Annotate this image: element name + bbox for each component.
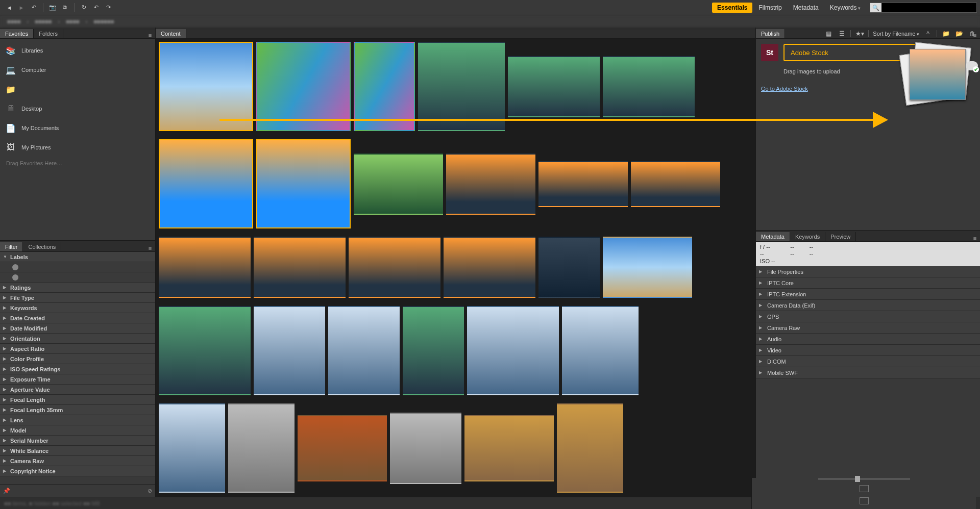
filter-label[interactable] <box>0 262 155 272</box>
grid-view-icon[interactable]: ▦ <box>824 30 833 38</box>
filter-date-created[interactable]: ▶Date Created <box>0 313 155 323</box>
rotate-cw-icon[interactable]: ↷ <box>103 3 113 13</box>
nav-up-icon[interactable]: ↶ <box>29 3 39 13</box>
tab-preview[interactable]: Preview <box>825 232 856 241</box>
thumbnail[interactable] <box>159 403 225 493</box>
camera-icon[interactable]: 📷 <box>47 3 58 13</box>
favorite-item[interactable]: 📄My Documents <box>0 118 155 138</box>
filter-copyright-notice[interactable]: ▶Copyright Notice <box>0 466 155 476</box>
view-mode-1-icon[interactable] <box>860 485 869 492</box>
tab-publish[interactable]: Publish <box>756 29 785 38</box>
star-filter-icon[interactable]: ★▾ <box>855 30 864 38</box>
filter-lens[interactable]: ▶Lens <box>0 415 155 425</box>
filter-menu-icon[interactable]: ≡ <box>145 245 155 251</box>
meta-section-camera-raw[interactable]: ▶Camera Raw <box>756 322 980 334</box>
thumbnail[interactable] <box>256 139 351 228</box>
meta-section-iptc-core[interactable]: ▶IPTC Core <box>756 277 980 289</box>
thumbnail[interactable] <box>298 415 387 481</box>
filter-focal-length-35mm[interactable]: ▶Focal Length 35mm <box>0 405 155 415</box>
open-folder-icon[interactable]: 📂 <box>954 30 964 38</box>
meta-section-iptc-extension[interactable]: ▶IPTC Extension <box>756 289 980 300</box>
nav-back-icon[interactable]: ◄ <box>4 3 14 13</box>
thumbnail[interactable] <box>603 56 695 117</box>
filter-white-balance[interactable]: ▶White Balance <box>0 446 155 456</box>
filter-iso-speed-ratings[interactable]: ▶ISO Speed Ratings <box>0 364 155 374</box>
thumbnail[interactable] <box>538 161 628 207</box>
thumbnail[interactable] <box>256 42 351 131</box>
thumbnail[interactable] <box>603 237 692 298</box>
search-input[interactable] <box>881 5 976 11</box>
favorite-item[interactable]: 📚Libraries <box>0 41 155 60</box>
filter-camera-raw[interactable]: ▶Camera Raw <box>0 456 155 466</box>
filter-keywords[interactable]: ▶Keywords <box>0 303 155 313</box>
panel-menu-icon[interactable]: ≡ <box>145 32 155 38</box>
favorite-item[interactable]: 💻Computer <box>0 60 155 80</box>
tab-folders[interactable]: Folders <box>34 29 63 38</box>
copy-icon[interactable]: ⧉ <box>60 3 70 13</box>
tab-filter[interactable]: Filter <box>0 242 23 251</box>
pin-icon[interactable]: 📌 <box>3 488 10 494</box>
thumbnail-grid[interactable] <box>156 39 755 497</box>
thumbnail[interactable] <box>467 306 559 395</box>
meta-section-camera-data-exif-[interactable]: ▶Camera Data (Exif) <box>756 300 980 311</box>
meta-section-mobile-swf[interactable]: ▶Mobile SWF <box>756 367 980 378</box>
upload-dropzone[interactable] <box>898 41 975 117</box>
cancel-filter-icon[interactable]: ⊘ <box>148 488 152 494</box>
thumbnail[interactable] <box>349 237 440 298</box>
favorite-item[interactable]: 🖥Desktop <box>0 99 155 118</box>
filter-serial-number[interactable]: ▶Serial Number <box>0 436 155 446</box>
filter-exposure-time[interactable]: ▶Exposure Time <box>0 374 155 385</box>
search-icon[interactable]: 🔍 <box>870 3 881 12</box>
filter-model[interactable]: ▶Model <box>0 425 155 436</box>
filter-color-profile[interactable]: ▶Color Profile <box>0 354 155 364</box>
filter-label[interactable] <box>0 272 155 283</box>
thumbnail[interactable] <box>159 237 251 298</box>
favorite-item[interactable]: 📁 <box>0 80 155 99</box>
thumbnail[interactable] <box>354 154 443 215</box>
open-recent-icon[interactable]: ↻ <box>79 3 89 13</box>
metadata-menu-icon[interactable]: ≡ <box>970 235 980 241</box>
search-box[interactable]: 🔍 <box>870 3 977 13</box>
nav-fwd-icon[interactable]: ► <box>16 3 27 13</box>
filter-aspect-ratio[interactable]: ▶Aspect Ratio <box>0 344 155 354</box>
thumbnail[interactable] <box>444 237 535 298</box>
thumbnail[interactable] <box>254 237 346 298</box>
trash-icon[interactable]: 🗑 <box>968 30 977 38</box>
rotate-ccw-icon[interactable]: ↶ <box>91 3 101 13</box>
thumbnail[interactable] <box>538 237 600 298</box>
tab-keywords[interactable]: Keywords <box>790 232 825 241</box>
workspace-keywords[interactable]: Keywords <box>825 3 866 13</box>
thumbnail[interactable] <box>390 413 461 484</box>
meta-section-file-properties[interactable]: ▶File Properties <box>756 266 980 277</box>
filter-focal-length[interactable]: ▶Focal Length <box>0 395 155 405</box>
thumbnail[interactable] <box>403 306 464 395</box>
workspace-essentials[interactable]: Essentials <box>712 3 752 13</box>
meta-section-dicom[interactable]: ▶DICOM <box>756 356 980 367</box>
tab-favorites[interactable]: Favorites <box>0 29 34 38</box>
tab-content[interactable]: Content <box>156 29 186 38</box>
workspace-filmstrip[interactable]: Filmstrip <box>753 3 787 13</box>
thumb-size-slider[interactable] <box>818 478 910 480</box>
sort-dropdown[interactable]: Sort by Filename <box>873 31 919 37</box>
filter-labels[interactable]: ▼Labels <box>0 252 155 262</box>
thumbnail[interactable] <box>562 306 639 395</box>
thumbnail[interactable] <box>159 306 251 395</box>
favorite-item[interactable]: 🖼My Pictures <box>0 138 155 157</box>
breadcrumb[interactable]: ■■■■›■■■■■›■■■■›■■■■■■ <box>0 15 980 28</box>
meta-section-gps[interactable]: ▶GPS <box>756 311 980 322</box>
filter-aperture-value[interactable]: ▶Aperture Value <box>0 385 155 395</box>
thumbnail[interactable] <box>446 154 535 215</box>
tab-collections[interactable]: Collections <box>23 242 61 251</box>
thumbnail[interactable] <box>418 42 505 131</box>
thumbnail[interactable] <box>508 56 600 117</box>
meta-section-audio[interactable]: ▶Audio <box>756 334 980 345</box>
thumbnail[interactable] <box>464 415 554 481</box>
thumbnail[interactable] <box>631 161 720 207</box>
meta-section-video[interactable]: ▶Video <box>756 345 980 356</box>
workspace-metadata[interactable]: Metadata <box>788 3 824 13</box>
filter-orientation[interactable]: ▶Orientation <box>0 334 155 344</box>
thumbnail[interactable] <box>328 306 400 395</box>
filter-date-modified[interactable]: ▶Date Modified <box>0 323 155 334</box>
thumbnail[interactable] <box>557 403 623 493</box>
thumbnail[interactable] <box>159 139 253 228</box>
